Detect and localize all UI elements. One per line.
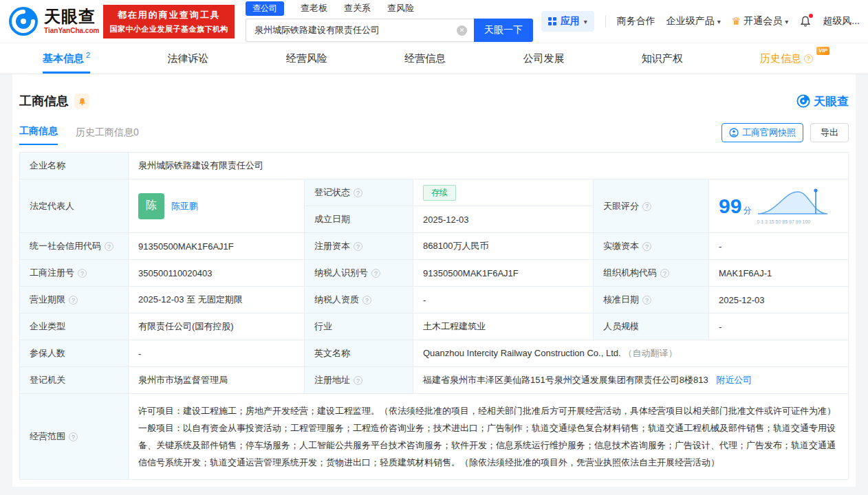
tab-history-info[interactable]: 历史信息 ? VIP <box>760 43 813 74</box>
industry-value: 土木工程建筑业 <box>413 314 594 340</box>
score-label: 天眼评分? <box>594 179 709 233</box>
term-label: 营业期限? <box>20 287 129 314</box>
reg-address-label: 注册地址? <box>305 367 413 394</box>
help-icon[interactable]: ? <box>105 242 113 251</box>
english-name-label: 英文名称 <box>305 340 413 367</box>
top-header: 天眼查 TianYanCha.com 都在用的商业查询工具 国家中小企业发展子基… <box>0 0 868 43</box>
tab-business-info[interactable]: 经营信息 <box>404 43 446 74</box>
search-tabs: 查公司 查老板 查关系 查风险 <box>246 1 533 16</box>
reg-status-label: 登记状态? <box>305 179 413 206</box>
search-input-wrap: ✕ <box>246 19 474 42</box>
establish-date-label: 成立日期 <box>305 206 413 233</box>
brand-name: 天眼查 <box>44 8 99 25</box>
nav-super-risk[interactable]: 超级风... <box>823 15 860 28</box>
reg-capital-value: 868100万人民币 <box>413 233 594 260</box>
reg-no-value: 350500110020403 <box>129 260 305 287</box>
table-row: 经营范围? 许可项目：建设工程施工；房地产开发经营；建设工程监理。（依法须经批准… <box>20 394 849 480</box>
table-row: 工商注册号? 350500110020403 纳税人识别号? 91350500M… <box>20 260 849 287</box>
subtabs: 工商信息 历史工商信息0 工商官网快照 导出 <box>12 122 856 145</box>
main-content: 工商信息 天眼查 工商信息 历史工商信息0 <box>0 74 868 495</box>
industry-label: 行业 <box>305 314 413 340</box>
tab-count-badge: 2 <box>86 51 90 59</box>
help-icon[interactable]: ? <box>354 188 362 197</box>
search-tab-risk[interactable]: 查风险 <box>387 2 414 14</box>
paid-capital-value: - <box>709 233 849 260</box>
top-nav: 应用 ▾ 商务合作 企业级产品 ▾ ♛ 开通会员 ▾ 超级风... <box>541 11 860 32</box>
apps-label: 应用 <box>561 15 580 28</box>
nav-cooperation[interactable]: 商务合作 <box>617 15 655 28</box>
section-title: 工商信息 <box>19 93 69 109</box>
business-info-table: 企业名称 泉州城际铁路建设有限责任公司 法定代表人 陈 陈亚鹏 登记状态? <box>19 152 849 480</box>
monitor-bell-icon[interactable] <box>74 94 89 109</box>
nav-enterprise-products[interactable]: 企业级产品 ▾ <box>666 15 721 28</box>
insured-count-value: - <box>129 340 305 367</box>
help-icon[interactable]: ? <box>69 296 78 305</box>
credit-code-label: 统一社会信用代码? <box>20 233 129 260</box>
taxpayer-id-value: 91350500MAK1F6AJ1F <box>413 260 594 287</box>
help-icon[interactable]: ? <box>354 242 362 251</box>
help-icon: ? <box>804 54 813 63</box>
tab-legal-proceedings[interactable]: 法律诉讼 <box>167 43 208 74</box>
divider <box>605 15 606 28</box>
help-icon[interactable]: ? <box>78 269 87 278</box>
tab-operational-risk[interactable]: 经营风险 <box>286 43 327 74</box>
business-scope-label: 经营范围? <box>20 394 129 480</box>
search-input[interactable] <box>253 25 457 36</box>
nearby-companies-link[interactable]: 附近公司 <box>716 375 752 385</box>
paid-capital-label: 实缴资本? <box>594 233 709 260</box>
score-distribution-chart: 0 1 3 15 50 85 97 99 100 <box>757 188 829 224</box>
help-icon[interactable]: ? <box>660 269 669 278</box>
nav-open-vip[interactable]: ♛ 开通会员 ▾ <box>732 15 788 28</box>
table-row: 企业名称 泉州城际铁路建设有限责任公司 <box>20 153 849 179</box>
approval-date-label: 核准日期? <box>594 287 709 314</box>
tianyancha-watermark-icon <box>796 94 810 108</box>
clear-search-icon[interactable]: ✕ <box>457 25 467 36</box>
tab-basic-info[interactable]: 基本信息2 <box>43 43 90 74</box>
help-icon[interactable]: ? <box>362 296 371 305</box>
help-icon[interactable]: ? <box>371 269 380 278</box>
search-tab-company[interactable]: 查公司 <box>246 1 284 16</box>
table-row: 统一社会信用代码? 91350500MAK1F6AJ1F 注册资本? 86810… <box>20 233 849 260</box>
export-button[interactable]: 导出 <box>810 123 849 142</box>
score-unit: 分 <box>743 206 751 215</box>
reg-capital-label: 注册资本? <box>305 233 413 260</box>
chevron-down-icon: ▾ <box>584 18 587 25</box>
legal-rep-link[interactable]: 陈亚鹏 <box>171 200 198 212</box>
legal-rep-avatar[interactable]: 陈 <box>138 193 164 219</box>
help-icon[interactable]: ? <box>354 376 362 385</box>
taxpayer-id-label: 纳税人识别号? <box>305 260 413 287</box>
business-info-card: 工商信息 天眼查 工商信息 历史工商信息0 <box>12 74 856 487</box>
apps-menu[interactable]: 应用 ▾ <box>541 11 594 32</box>
brand-domain: TianYanCha.com <box>44 27 99 34</box>
legal-rep-label: 法定代表人 <box>20 179 129 233</box>
tab-intellectual-property[interactable]: 知识产权 <box>642 43 683 74</box>
reg-status-value: 存续 <box>413 179 594 206</box>
help-icon[interactable]: ? <box>642 202 651 211</box>
subtab-history-business-info[interactable]: 历史工商信息0 <box>76 126 139 145</box>
help-icon[interactable]: ? <box>69 432 78 441</box>
company-name-label: 企业名称 <box>20 153 129 179</box>
org-code-label: 组织机构代码? <box>594 260 709 287</box>
table-row: 登记机关 泉州市市场监督管理局 注册地址? 福建省泉州市丰泽区美仙路151号泉州… <box>20 367 849 394</box>
org-code-value: MAK1F6AJ-1 <box>709 260 849 287</box>
legal-rep-value: 陈 陈亚鹏 <box>129 179 305 233</box>
tianyancha-logo-icon <box>8 6 39 36</box>
tianyancha-watermark: 天眼查 <box>796 94 849 109</box>
tab-company-development[interactable]: 公司发展 <box>523 43 564 74</box>
help-icon[interactable]: ? <box>642 296 651 305</box>
search-tab-boss[interactable]: 查老板 <box>301 2 327 14</box>
auto-translate-note: （自动翻译） <box>624 348 677 358</box>
snapshot-icon <box>729 128 739 138</box>
company-name-value: 泉州城际铁路建设有限责任公司 <box>129 153 849 179</box>
official-snapshot-button[interactable]: 工商官网快照 <box>721 123 803 142</box>
help-icon[interactable]: ? <box>642 242 651 251</box>
subtab-business-info[interactable]: 工商信息 <box>19 125 58 145</box>
term-value: 2025-12-03 至 无固定期限 <box>129 287 305 314</box>
notification-bell-icon[interactable] <box>799 15 812 28</box>
insured-count-label: 参保人数 <box>20 340 129 367</box>
credit-code-value: 91350500MAK1F6AJ1F <box>129 233 305 260</box>
search-button[interactable]: 天眼一下 <box>474 19 533 42</box>
search-tab-relation[interactable]: 查关系 <box>344 2 371 14</box>
business-scope-value: 许可项目：建设工程施工；房地产开发经营；建设工程监理。（依法须经批准的项目，经相… <box>129 394 849 480</box>
tianyancha-logo[interactable]: 天眼查 TianYanCha.com <box>8 6 99 36</box>
